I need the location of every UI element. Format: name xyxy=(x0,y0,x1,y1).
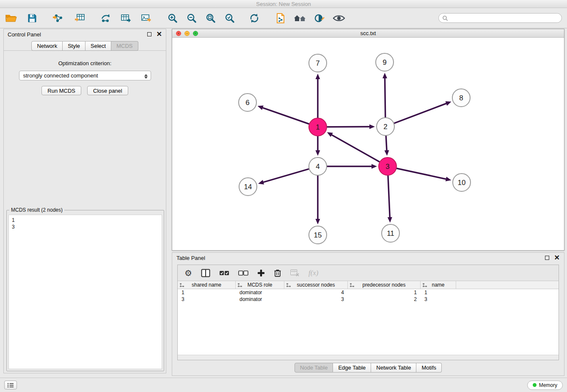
graph-edge-1-2[interactable] xyxy=(327,127,369,127)
import-network-button[interactable] xyxy=(50,11,65,26)
tab-mcds[interactable]: MCDS xyxy=(111,41,138,51)
close-table-panel-icon[interactable]: ✕ xyxy=(554,255,560,260)
tab-style[interactable]: Style xyxy=(63,41,85,51)
tab-network-table[interactable]: Network Table xyxy=(371,363,416,373)
graph-edge-2-3[interactable] xyxy=(386,136,387,150)
graph-node-2[interactable]: 2 xyxy=(377,118,394,135)
graph-node-7[interactable]: 7 xyxy=(309,54,327,72)
refresh-view-button[interactable] xyxy=(247,11,262,26)
table-horizontal-scrollbar[interactable] xyxy=(178,355,559,360)
home-button[interactable] xyxy=(292,11,308,26)
tab-motifs[interactable]: Motifs xyxy=(416,363,442,373)
search-input[interactable] xyxy=(450,15,558,21)
column-header-successor-nodes[interactable]: successor nodes xyxy=(284,281,348,289)
close-panel-button[interactable]: Close panel xyxy=(87,86,128,95)
function-builder-button[interactable]: f(x) xyxy=(308,269,319,277)
control-panel-tabbar: NetworkStyleSelectMCDS xyxy=(4,39,166,51)
delete-column-button[interactable] xyxy=(274,269,281,277)
optimization-criterion-value: strongly connected component xyxy=(23,72,98,79)
mcds-result-list[interactable]: 1 3 xyxy=(8,215,162,369)
graph-node-11[interactable]: 11 xyxy=(382,224,399,242)
close-panel-icon[interactable]: ✕ xyxy=(157,32,162,37)
table-row[interactable]: 3dominator323 xyxy=(178,296,559,303)
svg-text:2: 2 xyxy=(383,123,387,131)
window-close-button[interactable]: × xyxy=(176,31,181,36)
graph-node-9[interactable]: 9 xyxy=(376,53,394,71)
column-header-name[interactable]: name xyxy=(421,281,456,289)
open-session-button[interactable] xyxy=(3,11,19,26)
control-panel-header: Control Panel ✕ xyxy=(4,29,166,39)
export-image-button[interactable] xyxy=(139,11,154,26)
zoom-out-button[interactable] xyxy=(184,11,199,26)
graph-edge-arrowhead xyxy=(316,150,320,156)
graph-node-1[interactable]: 1 xyxy=(309,118,327,136)
memory-button[interactable]: Memory xyxy=(527,381,563,390)
import-table-button[interactable] xyxy=(72,11,87,26)
graph-edge-arrowhead xyxy=(372,164,377,169)
select-all-button[interactable] xyxy=(219,270,229,276)
control-panel: Control Panel ✕ NetworkStyleSelectMCDS O… xyxy=(3,29,166,373)
table-cell: 1 xyxy=(348,289,421,296)
graph-edge-2-8[interactable] xyxy=(394,103,446,123)
window-maximize-button[interactable]: + xyxy=(193,31,198,36)
tab-node-table[interactable]: Node Table xyxy=(295,363,333,373)
save-session-button[interactable] xyxy=(25,11,40,26)
search-field[interactable] xyxy=(438,13,562,23)
graph-edge-3-11[interactable] xyxy=(388,176,390,217)
graph-edge-2-9[interactable] xyxy=(385,78,385,117)
tab-network[interactable]: Network xyxy=(31,41,63,51)
graph-node-8[interactable]: 8 xyxy=(452,89,470,107)
float-panel-icon[interactable] xyxy=(147,32,151,36)
float-table-panel-icon[interactable] xyxy=(545,256,549,260)
zoom-selected-icon xyxy=(224,13,235,24)
tab-select[interactable]: Select xyxy=(85,41,111,51)
column-header-predecessor-nodes[interactable]: predecessor nodes xyxy=(348,281,421,289)
graph-edge-3-1[interactable] xyxy=(332,135,380,162)
graph-node-15[interactable]: 15 xyxy=(309,226,327,244)
table-settings-button[interactable]: ⚙ xyxy=(184,269,192,277)
add-column-button[interactable] xyxy=(257,269,265,277)
graph-edge-3-10[interactable] xyxy=(396,168,446,179)
toggle-columns-button[interactable] xyxy=(201,269,210,277)
window-minimize-button[interactable]: – xyxy=(184,31,190,36)
graph-edge-1-6[interactable] xyxy=(263,108,309,124)
panel-list-button[interactable] xyxy=(4,381,17,389)
table-panel-tabs: Node TableEdge TableNetwork TableMotifs xyxy=(295,363,442,373)
export-table-button[interactable] xyxy=(118,11,134,26)
zoom-selected-button[interactable] xyxy=(222,11,237,26)
run-mcds-button[interactable]: Run MCDS xyxy=(41,86,81,95)
table-panel-title: Table Panel xyxy=(176,255,205,261)
mcds-result-title: MCDS result (2 nodes) xyxy=(9,207,64,213)
zoom-fit-button[interactable] xyxy=(203,11,218,26)
zoom-in-icon xyxy=(167,13,178,24)
search-icon xyxy=(442,15,448,21)
show-hide-button[interactable] xyxy=(331,11,347,26)
table-cell: 1 xyxy=(178,289,236,296)
svg-text:9: 9 xyxy=(383,58,386,66)
column-header-MCDS-role[interactable]: MCDS role xyxy=(236,281,284,289)
graph-node-10[interactable]: 10 xyxy=(453,174,471,191)
network-canvas[interactable]: 7968124314101511 xyxy=(172,38,564,250)
tab-edge-table[interactable]: Edge Table xyxy=(333,363,371,373)
zoom-in-button[interactable] xyxy=(165,11,180,26)
network-from-selection-button[interactable] xyxy=(98,11,113,26)
graph-node-3[interactable]: 3 xyxy=(379,157,396,175)
deselect-all-button[interactable] xyxy=(238,270,248,276)
refresh-icon xyxy=(249,13,260,24)
graph-edge-arrowhead xyxy=(388,217,392,223)
graph-edge-arrowhead xyxy=(316,219,320,224)
delete-table-button[interactable] xyxy=(290,269,300,277)
optimization-criterion-select[interactable]: strongly connected component xyxy=(19,71,151,80)
import-style-button[interactable] xyxy=(273,11,288,26)
memory-label: Memory xyxy=(539,382,557,388)
graph-node-4[interactable]: 4 xyxy=(309,157,327,175)
graph-node-6[interactable]: 6 xyxy=(239,94,256,111)
paint-style-icon xyxy=(314,13,325,23)
graph-edge-4-14[interactable] xyxy=(263,169,308,182)
paint-style-button[interactable] xyxy=(312,11,327,26)
network-view-window: scc.txt × – + 7968124314101511 xyxy=(172,29,564,251)
graph-node-14[interactable]: 14 xyxy=(239,178,257,196)
table-row[interactable]: 1dominator411 xyxy=(178,289,559,296)
table-cell: 3 xyxy=(178,296,236,303)
column-header-shared-name[interactable]: shared name xyxy=(178,281,236,289)
